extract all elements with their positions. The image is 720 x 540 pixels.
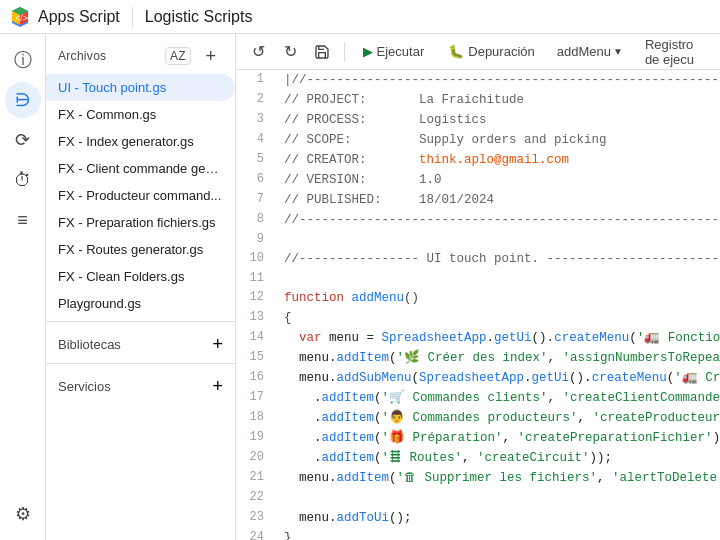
line-content-8[interactable]: //--------------------------------------… <box>276 210 720 230</box>
line-content-18[interactable]: .addItem('👨 Commandes producteurs', 'cre… <box>276 408 720 428</box>
line-content-19[interactable]: .addItem('🎁 Préparation', 'createPrepara… <box>276 428 720 448</box>
line-content-7[interactable]: // PUBLISHED: 18/01/2024 <box>276 190 720 210</box>
line-content-24[interactable]: } <box>276 528 720 540</box>
line-content-23[interactable]: menu.addToUi(); <box>276 508 720 528</box>
line-number-14: 14 <box>236 328 276 348</box>
code-line-4: 4// SCOPE: Supply orders and picking <box>236 130 720 150</box>
debug-label: Depuración <box>468 44 535 59</box>
svg-text:</>: </> <box>15 13 28 23</box>
line-content-20[interactable]: .addItem('🛤 Routes', 'createCircuit')); <box>276 448 720 468</box>
line-content-4[interactable]: // SCOPE: Supply orders and picking <box>276 130 720 150</box>
line-content-12[interactable]: function addMenu() <box>276 288 720 308</box>
clock-icon[interactable]: ⏱ <box>5 162 41 198</box>
info-icon[interactable]: ⓘ <box>5 42 41 78</box>
sidebar-divider-2 <box>46 363 235 364</box>
code-line-11: 11 <box>236 269 720 288</box>
files-section-label: Archivos <box>58 49 106 63</box>
line-content-16[interactable]: menu.addSubMenu(SpreadsheetApp.getUi().c… <box>276 368 720 388</box>
editor-toolbar: ↺ ↻ ▶ Ejecutar 🐛 Depuración addMenu ▼ Re… <box>236 34 720 70</box>
code-line-22: 22 <box>236 488 720 507</box>
line-content-1[interactable]: |//-------------------------------------… <box>276 70 720 90</box>
line-content-6[interactable]: // VERSION: 1.0 <box>276 170 720 190</box>
code-icon[interactable]: ⋻ <box>5 82 41 118</box>
line-number-10: 10 <box>236 249 276 269</box>
app-header: </> Apps Script Logistic Scripts <box>0 0 720 34</box>
line-content-14[interactable]: var menu = SpreadsheetApp.getUi().create… <box>276 328 720 348</box>
line-content-10[interactable]: //---------------- UI touch point. -----… <box>276 249 720 269</box>
code-editor[interactable]: 1|//------------------------------------… <box>236 70 720 540</box>
line-content-3[interactable]: // PROCESS: Logistics <box>276 110 720 130</box>
line-number-18: 18 <box>236 408 276 428</box>
icon-rail: ⓘ ⋻ ⟳ ⏱ ≡ ⚙ <box>0 34 46 540</box>
line-content-13[interactable]: { <box>276 308 720 328</box>
line-number-8: 8 <box>236 210 276 230</box>
sidebar-item-fx-index[interactable]: FX - Index generator.gs <box>46 128 235 155</box>
lines-icon[interactable]: ≡ <box>5 202 41 238</box>
sidebar-item-fx-preparation[interactable]: FX - Preparation fichiers.gs <box>46 209 235 236</box>
sidebar-item-fx-common[interactable]: FX - Common.gs <box>46 101 235 128</box>
line-number-3: 3 <box>236 110 276 130</box>
line-number-24: 24 <box>236 528 276 540</box>
line-number-17: 17 <box>236 388 276 408</box>
code-line-6: 6// VERSION: 1.0 <box>236 170 720 190</box>
line-number-1: 1 <box>236 70 276 90</box>
redo-button[interactable]: ↻ <box>276 38 304 66</box>
line-number-23: 23 <box>236 508 276 528</box>
history-icon[interactable]: ⟳ <box>5 122 41 158</box>
sidebar-item-fx-producteur[interactable]: FX - Producteur command... <box>46 182 235 209</box>
project-name-label: Logistic Scripts <box>145 8 253 26</box>
add-servicio-button[interactable]: + <box>212 376 223 397</box>
sidebar-item-fx-clean[interactable]: FX - Clean Folders.gs <box>46 263 235 290</box>
code-line-8: 8//-------------------------------------… <box>236 210 720 230</box>
line-content-11[interactable] <box>276 269 720 288</box>
code-line-14: 14 var menu = SpreadsheetApp.getUi().cre… <box>236 328 720 348</box>
line-number-5: 5 <box>236 150 276 170</box>
add-file-button[interactable]: + <box>199 44 223 68</box>
code-line-3: 3// PROCESS: Logistics <box>236 110 720 130</box>
editor-area: ↺ ↻ ▶ Ejecutar 🐛 Depuración addMenu ▼ Re… <box>236 34 720 540</box>
debug-button[interactable]: 🐛 Depuración <box>438 40 545 63</box>
sort-button[interactable]: AZ <box>165 47 191 65</box>
line-number-22: 22 <box>236 488 276 507</box>
sidebar-item-playground[interactable]: Playground.gs <box>46 290 235 317</box>
line-content-9[interactable] <box>276 230 720 249</box>
toolbar-sep-1 <box>344 42 345 62</box>
apps-script-logo: </> <box>8 5 32 29</box>
logo-area: </> Apps Script <box>8 5 120 29</box>
run-label: Ejecutar <box>377 44 425 59</box>
addmenu-button[interactable]: addMenu ▼ <box>549 40 631 63</box>
code-line-1: 1|//------------------------------------… <box>236 70 720 90</box>
code-line-5: 5// CREATOR: think.aplo@gmail.com <box>236 150 720 170</box>
line-number-2: 2 <box>236 90 276 110</box>
code-line-13: 13{ <box>236 308 720 328</box>
gear-icon[interactable]: ⚙ <box>5 496 41 532</box>
bibliotecas-label: Bibliotecas <box>58 337 121 352</box>
sidebar-item-fx-client[interactable]: FX - Client commande gen... <box>46 155 235 182</box>
code-line-24: 24} <box>236 528 720 540</box>
code-line-20: 20 .addItem('🛤 Routes', 'createCircuit')… <box>236 448 720 468</box>
code-line-2: 2// PROJECT: La Fraichitude <box>236 90 720 110</box>
add-biblioteca-button[interactable]: + <box>212 334 223 355</box>
header-divider <box>132 7 133 27</box>
app-name-label: Apps Script <box>38 8 120 26</box>
line-number-6: 6 <box>236 170 276 190</box>
line-content-2[interactable]: // PROJECT: La Fraichitude <box>276 90 720 110</box>
sidebar-item-ui-touch[interactable]: UI - Touch point.gs <box>46 74 235 101</box>
run-button[interactable]: ▶ Ejecutar <box>353 40 435 63</box>
servicios-section: Servicios + <box>46 368 235 401</box>
line-content-22[interactable] <box>276 488 720 507</box>
line-content-5[interactable]: // CREATOR: think.aplo@gmail.com <box>276 150 720 170</box>
line-content-17[interactable]: .addItem('🛒 Commandes clients', 'createC… <box>276 388 720 408</box>
line-number-16: 16 <box>236 368 276 388</box>
undo-button[interactable]: ↺ <box>244 38 272 66</box>
sidebar-item-fx-routes[interactable]: FX - Routes generator.gs <box>46 236 235 263</box>
debug-icon: 🐛 <box>448 44 464 59</box>
code-line-10: 10//---------------- UI touch point. ---… <box>236 249 720 269</box>
execlog-button[interactable]: Registro de ejecu <box>635 34 712 71</box>
line-number-19: 19 <box>236 428 276 448</box>
code-line-18: 18 .addItem('👨 Commandes producteurs', '… <box>236 408 720 428</box>
line-content-15[interactable]: menu.addItem('🌿 Créer des index', 'assig… <box>276 348 720 368</box>
save-button[interactable] <box>308 38 336 66</box>
line-content-21[interactable]: menu.addItem('🗑 Supprimer les fichiers',… <box>276 468 720 488</box>
line-number-7: 7 <box>236 190 276 210</box>
